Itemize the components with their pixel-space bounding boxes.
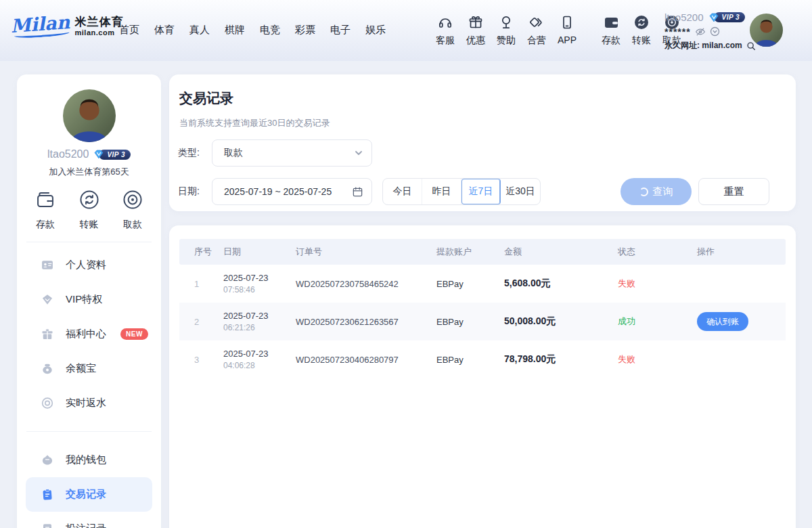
date-label: 日期: [178,185,212,198]
row-status: 成功 [618,315,697,328]
new-badge: NEW [120,328,148,340]
type-select[interactable]: 取款 [212,139,372,167]
action-label: APP [558,35,577,45]
col-header-account: 提款账户 [436,246,504,258]
col-header-status: 状态 [618,246,697,258]
row-status: 失败 [618,353,697,366]
vip-diamond-icon [93,149,105,160]
date-range-input[interactable]: 2025-07-19 ~ 2025-07-25 [212,178,372,205]
row-action-cell: 确认到账 [697,312,786,331]
action-sponsor[interactable]: 赞助 [495,14,517,47]
sidebar-item-transactions[interactable]: 交易记录 [26,477,152,512]
confirm-receipt-button[interactable]: 确认到账 [697,312,748,331]
phone-icon [559,14,575,31]
type-select-value: 取款 [224,147,354,159]
row-amount: 50,008.00元 [504,315,618,328]
col-header-amount: 金额 [504,246,618,258]
action-transfer[interactable]: 转账 [631,14,652,47]
trophy-icon [498,14,514,31]
user-avatar[interactable] [750,14,783,47]
row-amount: 5,608.00元 [504,278,618,290]
sidebar-item-bet-records[interactable]: 投注记录 [17,512,161,528]
top-header: Milan 米兰体育 milan.com 首页 体育 真人 棋牌 电竞 彩票 电… [0,0,812,61]
quick-deposit[interactable]: 存款 [35,189,56,231]
profile-avatar[interactable] [63,89,116,142]
divider [26,242,152,242]
nav-live[interactable]: 真人 [187,22,212,38]
table-row: 1 2025-07-23 07:58:46 WD2025072307584652… [179,265,786,303]
sidebar-item-welfare[interactable]: 福利中心 NEW [17,317,161,351]
header-actions: 客服 优惠 赞助 合营 [434,14,683,47]
sidebar-item-profile[interactable]: 个人资料 [17,248,161,282]
col-header-action: 操作 [697,246,786,258]
nav-cards[interactable]: 棋牌 [222,22,248,38]
nav-entertainment[interactable]: 娱乐 [363,22,388,38]
transfer-icon [633,14,650,31]
sidebar-item-rebate[interactable]: 实时返水 [17,386,161,420]
nav-home[interactable]: 首页 [116,22,142,38]
query-button[interactable]: 查询 [621,178,692,205]
document-icon [41,522,54,528]
row-number: 1 [179,279,223,289]
sidebar-item-label: VIP特权 [66,293,102,306]
rebate-ring-icon [41,396,54,410]
nav-lottery[interactable]: 彩票 [292,22,318,38]
divider [26,431,152,432]
vip-badge: VIP 3 [708,12,746,23]
action-deposit[interactable]: 存款 [600,14,622,47]
main-nav: 首页 体育 真人 棋牌 电竞 彩票 电子 娱乐 [116,22,388,38]
transaction-filter-card: 交易记录 当前系统支持查询最近30日的交易记录 类型: 取款 日期: 2025-… [169,74,796,211]
row-date: 2025-07-23 [223,310,296,322]
range-last7days[interactable]: 近7日 [461,179,501,204]
row-status: 失败 [618,278,697,290]
quick-transfer[interactable]: 转账 [78,189,100,231]
user-block: ltao5200 VIP 3 ****** 永 [664,12,746,51]
query-button-label: 查询 [653,185,673,198]
action-app[interactable]: APP [556,14,578,45]
profile-vip-badge: VIP 3 [93,149,131,160]
eye-off-icon[interactable] [695,27,706,37]
action-affiliate[interactable]: 合营 [526,14,547,47]
col-header-no: 序号 [179,246,223,258]
row-amount: 78,798.00元 [504,353,618,366]
sidebar-item-my-wallet[interactable]: 我的钱包 [17,443,161,477]
username[interactable]: ltao5200 [664,12,704,23]
sidebar-quick-actions: 存款 转账 取款 [17,189,161,231]
reset-button-label: 重置 [724,185,744,198]
action-label: 存款 [602,35,621,47]
nav-sports[interactable]: 体育 [152,22,177,38]
nav-esports[interactable]: 电竞 [257,22,283,38]
refresh-balance-icon[interactable] [710,26,720,37]
row-date: 2025-07-23 [223,348,296,360]
sidebar-item-label: 余额宝 [66,362,96,375]
wallet-icon [603,14,620,31]
permanent-url-label: 永久网址: milan.com [664,40,742,51]
date-quick-ranges: 今日 昨日 近7日 近30日 [382,178,541,205]
action-label: 优惠 [466,35,485,47]
money-pot-icon [41,361,54,376]
sidebar-menu-wallet: 我的钱包 交易记录 投注记录 [17,435,161,528]
sidebar-item-yuebao[interactable]: 余额宝 [17,351,161,386]
sidebar-item-label: 投注记录 [66,523,106,528]
row-account: EBPay [436,355,504,365]
nav-slots[interactable]: 电子 [328,22,353,38]
action-label: 转账 [632,35,651,47]
range-today[interactable]: 今日 [383,179,422,204]
sidebar-item-vip[interactable]: VIP特权 [17,282,161,317]
brand-logo[interactable]: Milan 米兰体育 milan.com [11,15,124,37]
row-number: 2 [179,317,223,327]
partner-icon [528,14,545,31]
action-support[interactable]: 客服 [434,14,456,47]
range-last30days[interactable]: 近30日 [501,179,540,204]
id-card-icon [41,258,54,272]
range-yesterday[interactable]: 昨日 [422,179,461,204]
page-subtitle: 当前系统支持查询最近30日的交易记录 [179,117,330,129]
quick-withdraw[interactable]: 取款 [122,189,143,231]
date-range-value: 2025-07-19 ~ 2025-07-25 [224,186,352,197]
action-promo[interactable]: 优惠 [465,14,487,47]
row-time: 07:58:46 [223,284,296,295]
table-header-row: 序号 日期 订单号 提款账户 金额 状态 操作 [179,239,786,265]
magnifier-icon[interactable] [746,41,756,51]
gift-icon [468,14,484,31]
reset-button[interactable]: 重置 [698,178,769,205]
